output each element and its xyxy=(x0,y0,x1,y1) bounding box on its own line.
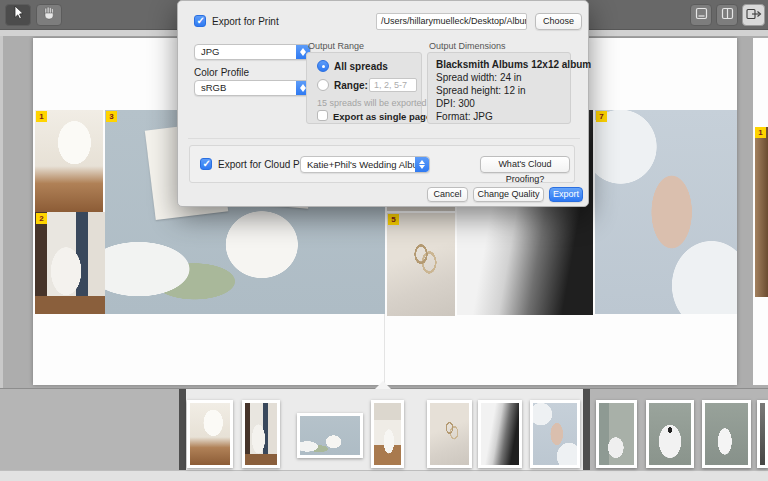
spread-width: Spread width: 24 in xyxy=(436,71,562,84)
next-spread-page-edge[interactable]: 1 xyxy=(753,38,768,385)
all-spreads-radio[interactable] xyxy=(317,60,329,72)
output-range-panel: All spreads Range: 1, 2, 5-7 15 spreads … xyxy=(306,52,422,124)
cloud-proofing-help-button[interactable]: What's Cloud Proofing? xyxy=(480,156,570,173)
filmstrip-divider-left xyxy=(179,389,186,471)
page-view-button[interactable] xyxy=(690,4,712,26)
filmstrip-thumbnail-flatlay[interactable] xyxy=(297,413,363,458)
format: Format: JPG xyxy=(436,110,562,123)
hand-icon xyxy=(42,6,56,24)
single-page-icon xyxy=(695,6,708,24)
cloud-album-value: Katie+Phil's Wedding Album xyxy=(307,159,426,170)
export-for-print-checkbox[interactable] xyxy=(194,15,206,27)
photo-number-tag: 5 xyxy=(388,214,399,225)
canvas-left-edge xyxy=(0,36,3,388)
filmstrip-thumbnail-dress[interactable] xyxy=(187,400,233,468)
filmstrip-thumbnail-bride-sitting[interactable] xyxy=(371,400,404,468)
filmstrip-thumbnail-groom-window[interactable] xyxy=(596,400,637,468)
filmstrip-bottom-strip xyxy=(0,470,768,481)
export-arrow-icon xyxy=(746,6,762,24)
filmstrip-divider-right xyxy=(583,389,590,471)
photo-number-tag: 3 xyxy=(106,111,117,122)
cursor-arrow-icon xyxy=(11,5,25,25)
all-spreads-label: All spreads xyxy=(334,61,388,72)
filmstrip-thumbnail-shoes[interactable] xyxy=(530,400,580,468)
photo-wedding-shoes[interactable]: 7 xyxy=(595,110,737,314)
color-profile-value: sRGB xyxy=(201,82,226,93)
cancel-button[interactable]: Cancel xyxy=(427,187,468,202)
spreads-exported-note: 15 spreads will be exported xyxy=(317,98,427,108)
range-label: Range: xyxy=(334,80,368,91)
format-value: JPG xyxy=(201,46,219,57)
range-radio[interactable] xyxy=(317,79,329,91)
filmstrip-thumbnail-groomsmen[interactable] xyxy=(702,400,751,468)
output-dimensions-panel: Blacksmith Albums 12x12 album Spread wid… xyxy=(427,52,571,124)
photo-number-tag: 7 xyxy=(596,111,607,122)
cloud-proofing-checkbox[interactable] xyxy=(200,158,212,170)
photo-bride-and-mother[interactable]: 2 xyxy=(35,212,109,314)
dpi: DPI: 300 xyxy=(436,97,562,110)
photo-number-tag: 1 xyxy=(36,111,47,122)
current-spread-pointer xyxy=(375,381,391,389)
export-path-field[interactable]: /Users/hillarymuelleck/Desktop/Albums xyxy=(376,13,527,30)
two-page-spread-icon xyxy=(721,6,734,24)
filmstrip-thumbnail-bride-bw[interactable] xyxy=(478,400,522,468)
range-input[interactable]: 1, 2, 5-7 xyxy=(369,78,417,92)
export-dialog: Export for Print /Users/hillarymuelleck/… xyxy=(177,0,589,207)
color-profile-label: Color Profile xyxy=(194,67,249,78)
filmstrip-thumbnail-groom-bowtie[interactable] xyxy=(646,400,694,468)
filmstrip-thumbnail-bride-mother[interactable] xyxy=(242,400,280,468)
output-range-title: Output Range xyxy=(308,41,364,51)
album-name: Blacksmith Albums 12x12 album xyxy=(436,58,562,71)
next-spread-photo-edge: 1 xyxy=(755,127,768,297)
spread-view-button[interactable] xyxy=(716,4,738,26)
format-select[interactable]: JPG xyxy=(194,44,311,60)
export-panel-button[interactable] xyxy=(742,4,765,26)
color-profile-select[interactable]: sRGB xyxy=(194,80,311,96)
filmstrip-thumbnail-rings[interactable] xyxy=(427,400,472,468)
choose-path-button[interactable]: Choose xyxy=(535,13,582,30)
cloud-album-select[interactable]: Katie+Phil's Wedding Album xyxy=(300,156,430,173)
select-tool-button[interactable] xyxy=(5,4,31,26)
spread-height: Spread height: 12 in xyxy=(436,84,562,97)
export-button[interactable]: Export xyxy=(549,187,583,202)
photo-wedding-rings[interactable]: 5 xyxy=(387,213,455,316)
single-pages-checkbox[interactable] xyxy=(317,110,328,121)
hand-tool-button[interactable] xyxy=(36,4,62,26)
export-for-print-label: Export for Print xyxy=(212,16,279,27)
filmstrip-thumbnail-partial[interactable] xyxy=(757,400,768,468)
change-quality-button[interactable]: Change Quality xyxy=(473,187,544,202)
output-dimensions-title: Output Dimensions xyxy=(429,41,506,51)
photo-dress-in-window[interactable]: 1 xyxy=(35,110,103,212)
cloud-proofing-panel: Export for Cloud Proofing Katie+Phil's W… xyxy=(189,145,575,183)
photo-number-tag: 1 xyxy=(755,127,766,138)
single-pages-label: Export as single pages xyxy=(333,111,436,122)
select-arrows-icon xyxy=(415,157,429,172)
photo-number-tag: 2 xyxy=(36,213,47,224)
dialog-divider xyxy=(188,138,580,139)
